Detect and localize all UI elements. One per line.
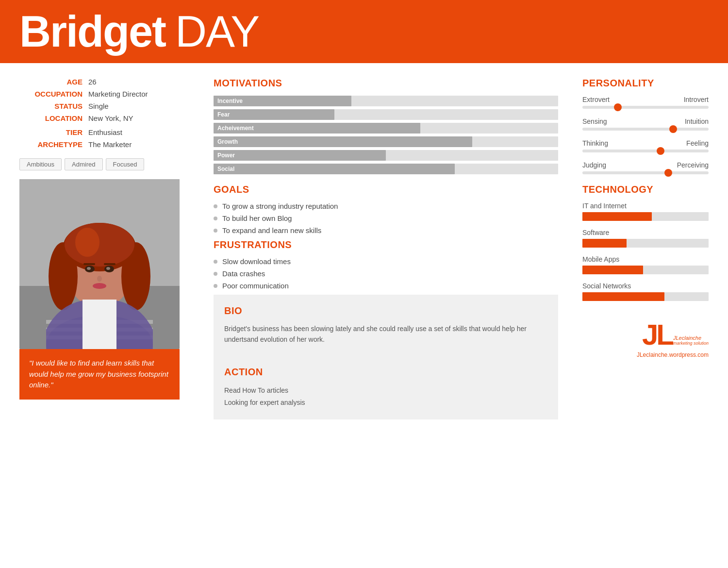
- header-first-name: Bridget: [19, 7, 165, 57]
- scale-dot: [664, 169, 672, 177]
- scale-labels: Sensing Intuition: [582, 117, 709, 125]
- scale-left-label: Judging: [582, 161, 606, 169]
- tech-bar-fill: [582, 239, 627, 248]
- motivation-bar-fill: Growth: [214, 136, 472, 147]
- header-last-name: DAY: [175, 7, 259, 57]
- motivation-bar-fill: Acheivement: [214, 123, 420, 134]
- frustration-item: Data crashes: [214, 269, 558, 278]
- left-column: AGE 26 OCCUPATION Marketing Director STA…: [19, 78, 199, 558]
- motivation-label: Power: [217, 152, 235, 159]
- frustration-text: Poor communication: [222, 282, 289, 290]
- personality-scale: Sensing Intuition: [582, 117, 709, 131]
- svg-point-11: [65, 223, 134, 267]
- occupation-label: OCCUPATION: [19, 90, 83, 98]
- scale-labels: Thinking Feeling: [582, 139, 709, 147]
- scale-right-label: Introvert: [684, 96, 709, 103]
- logo-area: JL JLeclainche marketing solution JLecla…: [582, 320, 709, 358]
- quote-box: "I would like to find and learn skills t…: [19, 349, 180, 400]
- scale-track: [582, 150, 709, 152]
- tech-bar-track: [582, 292, 709, 301]
- frustrations-title: FRUSTRATIONS: [214, 239, 558, 251]
- logo-text: JL: [642, 320, 672, 350]
- motivation-label: Fear: [217, 111, 230, 118]
- frustration-item: Poor communication: [214, 282, 558, 290]
- age-row: AGE 26: [19, 78, 184, 86]
- archetype-row: ARCHETYPE The Marketer: [19, 140, 184, 149]
- motivation-bar-row: Fear: [214, 109, 558, 120]
- profile-info: AGE 26 OCCUPATION Marketing Director STA…: [19, 78, 184, 149]
- location-row: LOCATION New York, NY: [19, 114, 184, 122]
- technology-title: TECHNOLOGY: [582, 184, 709, 195]
- tech-label: Software: [582, 229, 709, 236]
- motivation-bar-track: Growth: [214, 136, 558, 147]
- status-value: Single: [88, 102, 109, 110]
- motivation-bar-track: Incentive: [214, 96, 558, 106]
- svg-rect-19: [83, 263, 95, 265]
- tech-bar-fill: [582, 292, 664, 301]
- logo-subtitle: marketing solution: [673, 341, 709, 346]
- goal-item: To expand and learn new skills: [214, 226, 558, 234]
- profile-photo: [19, 179, 180, 349]
- motivations-bars: Incentive Fear Acheivement Growth: [214, 96, 558, 174]
- motivation-bar-track: Fear: [214, 109, 558, 120]
- scale-labels: Judging Perceiving: [582, 161, 709, 169]
- personality-scale: Thinking Feeling: [582, 139, 709, 152]
- motivation-bar-fill: Social: [214, 164, 455, 174]
- frustrations-section: FRUSTRATIONS Slow download timesData cra…: [214, 239, 558, 290]
- motivation-bar-fill: Power: [214, 150, 386, 161]
- middle-column: MOTIVATIONS Incentive Fear Acheivement: [199, 78, 573, 558]
- scale-track: [582, 171, 709, 174]
- personality-title: PERSONALITY: [582, 78, 709, 89]
- occupation-row: OCCUPATION Marketing Director: [19, 90, 184, 98]
- personality-section: PERSONALITY Extrovert Introvert Sensing …: [582, 78, 709, 174]
- location-label: LOCATION: [19, 114, 83, 122]
- motivations-section: MOTIVATIONS Incentive Fear Acheivement: [214, 78, 558, 174]
- scale-right-label: Feeling: [686, 139, 709, 147]
- goal-text: To build her own Blog: [222, 214, 292, 222]
- age-label: AGE: [19, 78, 83, 86]
- motivation-bar-row: Social: [214, 164, 558, 174]
- bullet-icon: [214, 229, 217, 233]
- tech-item: Software: [582, 229, 709, 248]
- scale-labels: Extrovert Introvert: [582, 96, 709, 103]
- bullet-icon: [214, 272, 217, 276]
- personality-scale: Extrovert Introvert: [582, 96, 709, 109]
- motivation-bar-row: Acheivement: [214, 123, 558, 134]
- tech-bar-fill: [582, 212, 652, 221]
- motivations-title: MOTIVATIONS: [214, 78, 558, 89]
- bullet-icon: [214, 284, 217, 288]
- svg-point-18: [93, 283, 106, 289]
- bullet-icon: [214, 260, 217, 264]
- goal-item: To build her own Blog: [214, 214, 558, 222]
- svg-point-15: [87, 267, 91, 270]
- goal-text: To expand and learn new skills: [222, 226, 321, 234]
- tier-value: Enthusiast: [88, 128, 122, 136]
- occupation-value: Marketing Director: [88, 90, 148, 98]
- tech-item: IT and Internet: [582, 202, 709, 221]
- scale-dot: [614, 103, 622, 111]
- motivation-bar-row: Incentive: [214, 96, 558, 106]
- tag: Ambitious: [19, 158, 62, 170]
- motivation-bar-fill: Incentive: [214, 96, 351, 106]
- frustration-text: Slow download times: [222, 257, 291, 266]
- bullet-icon: [214, 204, 217, 208]
- tag: Admired: [65, 158, 102, 170]
- bio-title: BIO: [224, 305, 547, 317]
- quote-text: "I would like to find and learn skills t…: [29, 359, 168, 389]
- scale-dot: [669, 125, 677, 133]
- scale-left-label: Thinking: [582, 139, 608, 147]
- tech-label: Mobile Apps: [582, 255, 709, 263]
- tags-row: AmbitiousAdmiredFocused: [19, 158, 184, 170]
- tech-bar-track: [582, 239, 709, 248]
- scale-left-label: Extrovert: [582, 96, 610, 103]
- tech-bars: IT and Internet Software Mobile Apps Soc…: [582, 202, 709, 301]
- header: Bridget DAY: [0, 0, 728, 63]
- tech-item: Social Networks: [582, 282, 709, 301]
- archetype-value: The Marketer: [88, 140, 132, 149]
- scale-track: [582, 106, 709, 109]
- goals-title: GOALS: [214, 184, 558, 195]
- goals-section: GOALS To grow a strong industry reputati…: [214, 184, 558, 234]
- bullet-icon: [214, 217, 217, 220]
- scale-track: [582, 128, 709, 131]
- motivation-bar-fill: Fear: [214, 109, 334, 120]
